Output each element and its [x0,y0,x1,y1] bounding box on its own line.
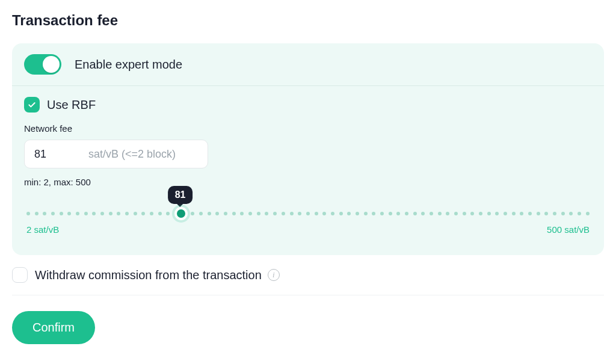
slider-thumb[interactable] [174,207,188,220]
check-icon [27,100,37,110]
slider-track [26,211,590,216]
slider-min-label: 2 sat/vB [26,224,59,235]
fee-panel: Enable expert mode Use RBF Network fee s… [12,43,604,255]
expert-mode-label: Enable expert mode [75,58,182,72]
fee-minmax-text: min: 2, max: 500 [24,177,592,187]
confirm-button[interactable]: Confirm [12,311,95,344]
page-title: Transaction fee [12,12,604,29]
withdraw-row: Withdraw commission from the transaction… [12,255,604,295]
withdraw-checkbox[interactable] [12,267,28,283]
expert-mode-toggle[interactable] [24,54,61,75]
slider-max-label: 500 sat/vB [547,224,590,235]
info-icon[interactable]: i [268,269,280,281]
slider-labels: 2 sat/vB 500 sat/vB [26,224,590,235]
expert-mode-row: Enable expert mode [12,43,604,86]
slider-tooltip: 81 [168,186,193,204]
withdraw-label: Withdraw commission from the transaction [35,268,262,282]
use-rbf-row: Use RBF [24,97,592,113]
fee-panel-body: Use RBF Network fee sat/vB (<=2 block) m… [12,86,604,255]
network-fee-unit-hint: sat/vB (<=2 block) [88,148,176,161]
divider [12,295,604,295]
use-rbf-checkbox[interactable] [24,97,40,113]
fee-slider[interactable]: 81 2 sat/vB 500 sat/vB [24,211,592,241]
network-fee-input-wrap: sat/vB (<=2 block) [24,140,208,168]
use-rbf-label: Use RBF [47,98,96,112]
network-fee-label: Network fee [24,123,592,134]
network-fee-input[interactable] [34,148,88,161]
toggle-knob [43,56,60,73]
